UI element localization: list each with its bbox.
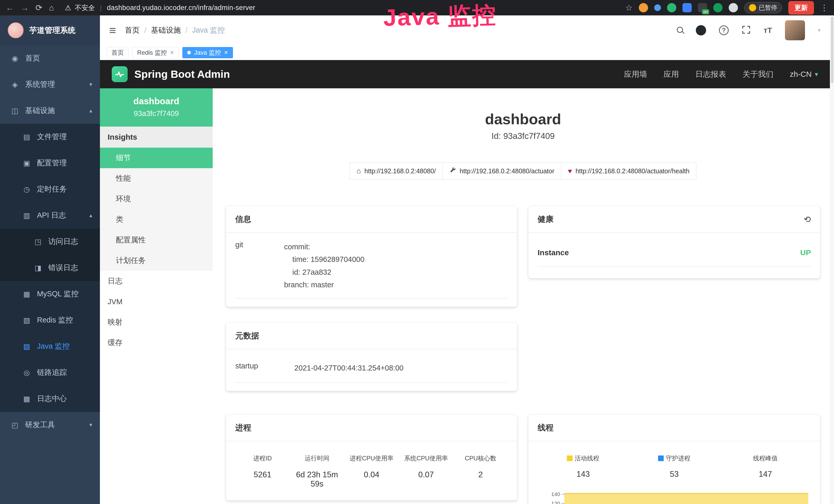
legend-swatch-yellow [567, 456, 572, 461]
metadata-card: 元数据 startup 2021-04-27T00:44:31.254+08:0… [226, 323, 517, 391]
hamburger-icon[interactable]: ≡ [109, 23, 116, 37]
history-icon[interactable]: ⟲ [804, 214, 811, 224]
legend-label: 守护进程 [666, 454, 690, 462]
sba-item-jvm[interactable]: JVM [100, 292, 213, 312]
home-icon[interactable]: ⌂ [49, 3, 54, 13]
extension-icon-1[interactable] [639, 3, 648, 12]
profile-paused-chip[interactable]: 已暂停 [744, 2, 782, 13]
browser-menu-icon[interactable]: ⋮ [820, 3, 828, 13]
paused-label: 已暂停 [759, 4, 777, 12]
forward-icon[interactable]: → [21, 3, 29, 13]
extension-icon-4[interactable] [682, 3, 692, 12]
tab-home[interactable]: 首页 [107, 47, 129, 58]
app-logo-avatar [8, 22, 24, 38]
extension-icon-on[interactable]: on [698, 3, 707, 12]
sba-item-logs[interactable]: 日志 [100, 271, 213, 292]
legend-label: 活动线程 [575, 454, 599, 462]
chart-plot-area [564, 489, 808, 504]
sba-item-performance[interactable]: 性能 [100, 168, 213, 189]
sidebar-item-java-monitor[interactable]: ▨ Java 监控 [0, 333, 100, 360]
sba-nav-about[interactable]: 关于我们 [743, 69, 773, 79]
update-button[interactable]: 更新 [788, 1, 814, 15]
sidebar-item-home[interactable]: ◉ 首页 [0, 45, 100, 71]
security-label[interactable]: 不安全 [75, 3, 95, 12]
sidebar-item-infra[interactable]: ◫ 基础设施 ▴ [0, 97, 100, 124]
gear-icon: ◈ [10, 81, 20, 89]
on-badge: on [702, 9, 709, 15]
reload-icon[interactable]: ⟳ [36, 3, 42, 13]
sba-item-caches[interactable]: 缓存 [100, 333, 213, 353]
info-card: 信息 git commit: time: 1596289704000 id: 2… [226, 206, 517, 307]
search-icon[interactable] [677, 27, 683, 34]
sidebar-item-dev-tools[interactable]: ◰ 研发工具 ▾ [0, 412, 100, 438]
extension-icon-2[interactable] [654, 4, 661, 11]
sidebar-item-mysql-monitor[interactable]: ▦ MySQL 监控 [0, 281, 100, 307]
tab-java-monitor[interactable]: Java 监控 × [182, 47, 233, 58]
dashboard-icon: ◉ [10, 54, 20, 63]
extension-icon-3[interactable] [667, 3, 676, 12]
sidebar-item-redis-monitor[interactable]: ▧ Redis 监控 [0, 307, 100, 333]
process-col-proc-cpu: 进程CPU使用率 0.04 [344, 454, 399, 488]
sidebar-item-config-manage[interactable]: ▣ 配置管理 [0, 150, 100, 176]
tracing-icon: ◎ [22, 368, 31, 377]
extensions-puzzle-icon[interactable] [729, 3, 738, 12]
sidebar-item-api-log[interactable]: ▥ API 日志 ▴ [0, 202, 100, 229]
sba-nav-wallboard[interactable]: 应用墙 [624, 69, 647, 79]
browser-toolbar-right: ☆ on 已暂停 更新 ⋮ [625, 1, 828, 15]
github-icon[interactable] [696, 25, 706, 36]
instance-header[interactable]: dashboard 93a3fc7f7409 [100, 88, 213, 127]
legend-daemon-threads: 守护进程 53 [629, 454, 720, 479]
warning-icon: ⚠ [65, 4, 71, 12]
sidebar-item-label: Java 监控 [37, 341, 70, 351]
sidebar-item-log-center[interactable]: ▩ 日志中心 [0, 386, 100, 412]
sidebar-item-scheduled-jobs[interactable]: ◷ 定时任务 [0, 176, 100, 202]
sba-item-classes[interactable]: 类 [100, 209, 213, 230]
help-icon[interactable]: ? [719, 25, 729, 35]
font-size-icon[interactable]: тT [764, 26, 772, 35]
fullscreen-icon[interactable] [742, 25, 751, 36]
sba-item-mappings[interactable]: 映射 [100, 312, 213, 333]
sba-nav-applications[interactable]: 应用 [663, 69, 679, 79]
metadata-card-title: 元数据 [235, 330, 259, 341]
bookmark-star-icon[interactable]: ☆ [625, 3, 633, 13]
tab-redis-monitor[interactable]: Redis 监控 × [132, 47, 179, 58]
breadcrumb-infra[interactable]: 基础设施 [151, 25, 181, 36]
info-value: commit: time: 1596289704000 id: 27aa832 … [284, 240, 365, 291]
legend-peak-threads: 线程峰值 147 [720, 454, 811, 479]
tab-label: Redis 监控 [137, 48, 167, 57]
url-text[interactable]: dashboard.yudao.iocoder.cn/infra/admin-s… [107, 4, 255, 12]
locale-select[interactable]: zh-CN ▾ [790, 70, 818, 78]
sidebar-item-system[interactable]: ◈ 系统管理 ▾ [0, 71, 100, 97]
health-url-link[interactable]: ♥ http://192.168.0.2:48080/actuator/heal… [561, 162, 696, 180]
sba-item-scheduled-tasks[interactable]: 计划任务 [100, 250, 213, 271]
sba-item-details[interactable]: 细节 [100, 147, 213, 168]
sba-item-config-props[interactable]: 配置属性 [100, 230, 213, 250]
sba-nav-journal[interactable]: 日志报表 [695, 69, 726, 79]
sidebar-item-error-log[interactable]: ◨ 错误日志 [0, 255, 100, 281]
address-bar[interactable]: ⚠ 不安全 | dashboard.yudao.iocoder.cn/infra… [65, 3, 255, 12]
close-icon[interactable]: × [224, 48, 228, 56]
user-avatar[interactable] [785, 20, 805, 40]
breadcrumb-home[interactable]: 首页 [125, 25, 140, 36]
back-icon[interactable]: ← [6, 3, 14, 13]
actuator-url-link[interactable]: http://192.168.0.2:48080/actuator [443, 162, 561, 180]
close-icon[interactable]: × [170, 48, 174, 56]
health-instance-label: Instance [537, 248, 569, 257]
sidebar-item-access-log[interactable]: ◳ 访问日志 [0, 229, 100, 255]
live-threads-area [564, 493, 808, 504]
service-url-link[interactable]: ⌂ http://192.168.0.2:48080/ [350, 162, 443, 180]
error-log-icon: ◨ [34, 264, 43, 272]
extension-icon-5[interactable] [713, 3, 723, 12]
sidebar-item-tracing[interactable]: ◎ 链路追踪 [0, 360, 100, 386]
sba-logo-icon[interactable] [112, 66, 128, 82]
link-url: http://192.168.0.2:48080/actuator [460, 167, 554, 175]
legend-value: 53 [629, 469, 720, 479]
app-logo[interactable]: 芋道管理系统 [0, 16, 100, 45]
sidebar-item-label: 错误日志 [48, 263, 78, 273]
health-card-title: 健康 [537, 214, 553, 225]
scrollbar-thumb[interactable] [831, 17, 833, 83]
scrollbar[interactable] [830, 16, 834, 504]
sidebar-item-file-manage[interactable]: ▤ 文件管理 [0, 124, 100, 150]
sba-item-environment[interactable]: 环境 [100, 189, 213, 209]
avatar-caret-icon[interactable]: ▾ [818, 27, 821, 33]
